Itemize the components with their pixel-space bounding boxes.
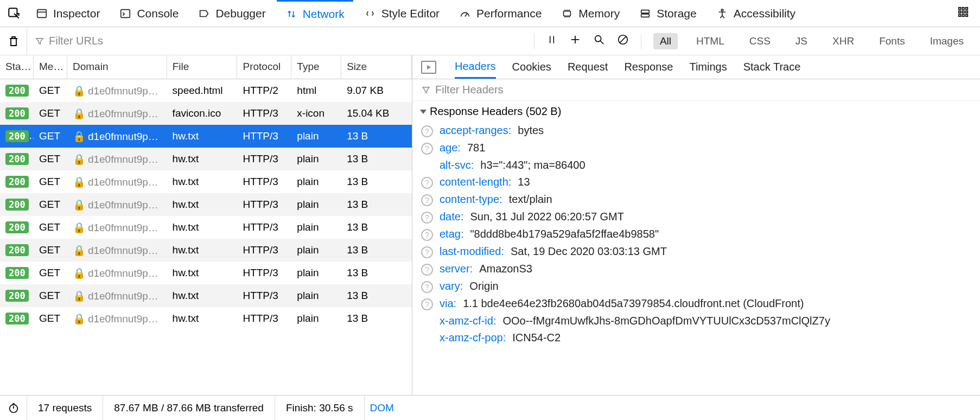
- request-row[interactable]: 200GET🔒d1e0fmnut9p…hw.txtHTTP/3plain13 B: [0, 148, 412, 170]
- request-row[interactable]: 200GET🔒d1e0fmnut9p…hw.txtHTTP/3plain13 B: [0, 284, 412, 307]
- search-button[interactable]: [593, 34, 605, 48]
- block-button[interactable]: [617, 34, 629, 48]
- filter-chip-all[interactable]: All: [653, 33, 678, 49]
- filter-chip-fonts[interactable]: Fonts: [873, 33, 912, 49]
- header-value: 13: [518, 176, 530, 188]
- filter-chip-html[interactable]: HTML: [690, 33, 731, 49]
- tab-debugger[interactable]: Debugger: [189, 0, 274, 27]
- cell-size: 15.04 KB: [341, 107, 412, 119]
- request-row[interactable]: 200GET🔒d1e0fmnut9p…speed.htmlHTTP/2html9…: [0, 79, 412, 102]
- filter-chip-js[interactable]: JS: [789, 33, 814, 49]
- svg-rect-18: [959, 11, 961, 13]
- svg-rect-3: [121, 9, 130, 17]
- details-tab-cookies[interactable]: Cookies: [512, 55, 551, 79]
- help-icon[interactable]: ?: [421, 125, 433, 137]
- request-row[interactable]: 200GET🔒d1e0fmnut9p…hw.txtHTTP/3plain13 B: [0, 193, 412, 216]
- col-size[interactable]: Size: [341, 55, 412, 79]
- help-icon[interactable]: ?: [421, 281, 433, 293]
- help-icon[interactable]: ?: [421, 298, 433, 310]
- header-name: last-modified:: [440, 245, 504, 258]
- pause-button[interactable]: [546, 34, 557, 48]
- header-row: x-amz-cf-id: OOo--fMgr4mUwfkJhs-8mGDhOap…: [421, 313, 971, 329]
- element-picker-button[interactable]: [3, 7, 25, 21]
- console-icon: [119, 8, 131, 20]
- help-icon[interactable]: ?: [421, 212, 433, 224]
- col-domain[interactable]: Domain: [67, 55, 167, 79]
- disclosure-triangle-icon: [420, 110, 427, 114]
- tab-accessibility[interactable]: Accessibility: [708, 0, 804, 27]
- cell-domain: 🔒d1e0fmnut9p…: [67, 176, 167, 188]
- cell-protocol: HTTP/3: [237, 244, 291, 256]
- cell-size: 13 B: [341, 267, 412, 279]
- filter-headers-input[interactable]: Filter Headers: [412, 79, 980, 101]
- clear-button[interactable]: [0, 27, 27, 55]
- filter-chip-xhr[interactable]: XHR: [826, 33, 861, 49]
- request-row[interactable]: 200GET🔒d1e0fmnut9p…hw.txtHTTP/3plain13 B: [0, 262, 412, 284]
- tab-console[interactable]: Console: [111, 0, 187, 27]
- performance-analysis-button[interactable]: [0, 396, 27, 420]
- response-headers-section[interactable]: Response Headers (502 B): [412, 101, 980, 122]
- cell-file: hw.txt: [167, 221, 238, 233]
- header-name: accept-ranges:: [440, 124, 511, 137]
- request-row[interactable]: 200GET🔒d1e0fmnut9p…hw.txtHTTP/3plain13 B: [0, 307, 412, 330]
- help-icon[interactable]: ?: [421, 143, 433, 155]
- tab-inspector[interactable]: Inspector: [27, 0, 109, 27]
- help-icon[interactable]: ?: [421, 229, 433, 241]
- cell-method: GET: [34, 199, 67, 211]
- tab-network[interactable]: Network: [277, 0, 353, 27]
- tab-memory[interactable]: Memory: [552, 0, 628, 27]
- status-code: 200: [5, 221, 29, 233]
- cell-domain: 🔒d1e0fmnut9p…: [67, 290, 167, 302]
- cell-domain: 🔒d1e0fmnut9p…: [67, 130, 167, 143]
- filter-urls-input[interactable]: Filter URLs: [27, 35, 524, 47]
- col-protocol[interactable]: Protocol: [237, 55, 291, 79]
- help-icon[interactable]: ?: [421, 194, 433, 206]
- cell-method: GET: [34, 130, 67, 142]
- request-row[interactable]: 200GET🔒d1e0fmnut9p…favicon.icoHTTP/3x-ic…: [0, 102, 412, 125]
- col-file[interactable]: File: [167, 55, 238, 79]
- cell-domain: 🔒d1e0fmnut9p…: [67, 107, 167, 120]
- details-tab-headers[interactable]: Headers: [455, 55, 496, 79]
- toggle-raw-button[interactable]: [421, 61, 436, 74]
- header-name: via:: [440, 297, 456, 310]
- tab-storage[interactable]: Storage: [631, 0, 705, 27]
- svg-rect-16: [962, 8, 964, 10]
- request-row[interactable]: 200GET🔒d1e0fmnut9p…hw.txtHTTP/3plain13 B: [0, 125, 412, 148]
- add-button[interactable]: [569, 34, 581, 48]
- help-icon[interactable]: ?: [421, 177, 433, 189]
- help-icon[interactable]: ?: [421, 246, 433, 258]
- request-row[interactable]: 200GET🔒d1e0fmnut9p…hw.txtHTTP/3plain13 B: [0, 170, 412, 193]
- header-row: ?age: 781: [421, 139, 971, 157]
- cell-file: hw.txt: [167, 313, 238, 324]
- filter-chip-css[interactable]: CSS: [743, 33, 777, 49]
- col-status[interactable]: Sta…: [0, 55, 34, 79]
- details-tab-timings[interactable]: Timings: [689, 55, 727, 79]
- header-value: Sat, 19 Dec 2020 03:03:13 GMT: [511, 245, 667, 258]
- cell-type: plain: [291, 176, 341, 188]
- details-tab-response[interactable]: Response: [624, 55, 673, 79]
- request-row[interactable]: 200GET🔒d1e0fmnut9p…hw.txtHTTP/3plain13 B: [0, 216, 412, 239]
- tab-label: Performance: [476, 7, 542, 20]
- more-tools-button[interactable]: [950, 6, 977, 21]
- status-code: 200: [5, 153, 29, 165]
- cell-type: html: [291, 85, 341, 97]
- details-tab-request[interactable]: Request: [568, 55, 608, 79]
- request-row[interactable]: 200GET🔒d1e0fmnut9p…hw.txtHTTP/3plain13 B: [0, 239, 412, 262]
- cell-type: plain: [291, 244, 341, 256]
- header-row: ?etag: "8ddd8be4b179a529afa5f2ffae4b9858…: [421, 226, 971, 243]
- filter-chip-images[interactable]: Images: [924, 33, 970, 49]
- cell-type: plain: [291, 313, 341, 324]
- col-method[interactable]: Me…: [34, 55, 67, 79]
- toolbar-right: All HTML CSS JS XHR Fonts Images: [524, 33, 980, 49]
- tab-style-editor[interactable]: Style Editor: [355, 0, 448, 27]
- status-transferred: 87.67 MB / 87.66 MB transferred: [103, 396, 275, 420]
- lock-icon: 🔒: [73, 176, 86, 188]
- svg-rect-12: [641, 10, 650, 12]
- help-icon[interactable]: ?: [421, 264, 433, 276]
- details-tab-stack-trace[interactable]: Stack Trace: [743, 55, 801, 79]
- tab-performance[interactable]: Performance: [450, 0, 550, 27]
- cell-type: plain: [291, 153, 341, 165]
- status-bar: 17 requests 87.67 MB / 87.66 MB transfer…: [0, 395, 980, 420]
- tab-label: Memory: [578, 7, 620, 20]
- col-type[interactable]: Type: [291, 55, 341, 79]
